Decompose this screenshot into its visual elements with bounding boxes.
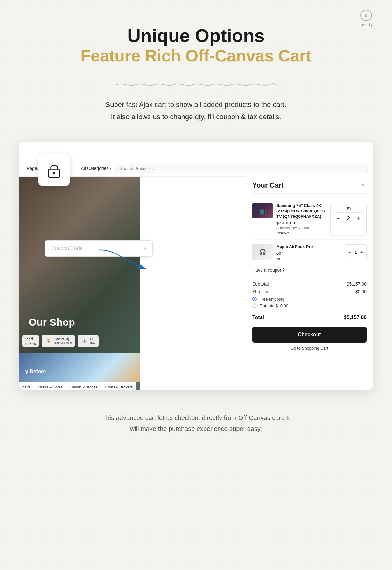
qty-divider — [335, 212, 362, 213]
showcase-area: Pages ▾ | Blocks ▾ | All Categories ▾ — [19, 135, 373, 396]
cart-header: Your Cart × — [252, 181, 367, 194]
shipping-flat-label: Flat rate:$10.00 — [259, 303, 288, 308]
before-text: y Before — [25, 369, 46, 374]
qty-decrease-airpods[interactable]: − — [348, 250, 351, 255]
product-image-airpods: 🎧 — [252, 244, 273, 260]
subtotal-row: Subtotal $5,157.00 — [252, 281, 367, 287]
dress-icon: 👔 — [81, 337, 88, 345]
footer-text: This advanced cart let us checkout direc… — [88, 412, 304, 460]
bottom-image — [19, 353, 140, 382]
wavy-divider — [0, 82, 392, 89]
cart-panel: Your Cart × 📺 Samsung 75" Class 4K (2160… — [246, 175, 373, 390]
page-subtitle: Feature Rich Off-Canvas Cart — [0, 46, 392, 66]
our-shop-overlay: Our Shop — [29, 317, 75, 328]
lock-icon — [46, 162, 62, 179]
qty-value-tv: 2 — [345, 215, 352, 222]
remove-button-airpods[interactable]: ve — [276, 256, 341, 260]
bottom-nav-links: hairs Chairs & Sofas Classic Watches. Co… — [19, 382, 140, 390]
total-row: Total $5,157.00 — [252, 312, 367, 320]
qty-decrease-tv[interactable]: − — [335, 215, 341, 222]
nav-link-watches[interactable]: Classic Watches. — [66, 382, 102, 390]
shipping-value: $0.00 — [355, 289, 367, 294]
checkout-button[interactable]: Checkout — [252, 327, 367, 343]
product-image-tv: 📺 — [252, 203, 273, 218]
item-name-tv: Samsung 75" Class 4K (2160p HDR Smart QL… — [276, 203, 326, 219]
shipping-free-label: Free shipping — [259, 297, 284, 302]
shipping-row: Shipping $0.00 — [252, 289, 367, 294]
qty-control-tv: Qty − 2 + — [330, 203, 367, 235]
cart-item: 📺 Samsung 75" Class 4K (2160p HDR Smart … — [252, 199, 367, 240]
cart-title: Your Cart — [252, 181, 284, 189]
nav-link-chairs-sofas[interactable]: Chairs & Sofas — [34, 382, 66, 390]
categories-chevron-icon: ▾ — [110, 167, 111, 170]
shipping-flat: Flat rate:$10.00 — [252, 303, 367, 308]
hero-image: Our Shop ts (5) re Now 🪑 Chairs — [19, 177, 140, 390]
dress-pill[interactable]: 👔 D Exp — [78, 335, 99, 347]
goto-cart-link[interactable]: Go to Shopping Cart — [252, 346, 367, 351]
chairs-pill[interactable]: 🪑 Chairs (3) Explore Now — [42, 335, 75, 347]
radio-flat[interactable] — [252, 303, 257, 308]
radio-free[interactable] — [252, 297, 257, 301]
have-coupon-link[interactable]: Have a coupon? — [252, 267, 367, 273]
left-content: Our Shop ts (5) re Now 🪑 Chairs — [19, 177, 140, 390]
qty-control-airpods: − 1 + — [345, 244, 367, 260]
item-name-airpods: Apple AirPods Pro — [276, 244, 341, 250]
page-title: Unique Options — [0, 25, 392, 46]
showcase-card: Pages ▾ | Blocks ▾ | All Categories ▾ — [19, 142, 373, 390]
svg-point-1 — [53, 172, 55, 174]
item-info-tv: Samsung 75" Class 4K (2160p HDR Smart QL… — [276, 203, 326, 235]
item-variant-tv: / Display Size:75inch — [276, 226, 326, 230]
left-partial-pill: ts (5) re Now — [22, 335, 39, 347]
item-price-tv: $2,480.00 — [276, 221, 326, 225]
shipping-label: Shipping — [252, 289, 270, 294]
category-pills: ts (5) re Now 🪑 Chairs (3) Explore Now — [22, 335, 99, 347]
content-area: Our Shop ts (5) re Now 🪑 Chairs — [19, 177, 373, 390]
shipping-options: Free shipping Flat rate:$10.00 — [252, 297, 367, 308]
qty-label-tv: Qty — [346, 206, 351, 210]
browser-mock: Pages ▾ | Blocks ▾ | All Categories ▾ — [19, 161, 373, 390]
subtotal-label: Subtotal — [252, 281, 269, 287]
remove-button-tv[interactable]: Remove — [276, 231, 326, 235]
search-input[interactable] — [116, 164, 368, 173]
total-value: $5,157.00 — [344, 315, 367, 320]
nav-link-coats[interactable]: Coats & Jackets — [102, 382, 136, 390]
nav-bar: Pages ▾ | Blocks ▾ | All Categories ▾ — [19, 161, 373, 177]
coupon-section: Coupon Code › — [45, 240, 153, 257]
cart-item-airpods: 🎧 Apple AirPods Pro 00 ve − 1 + — [252, 240, 367, 265]
order-summary: Subtotal $5,157.00 Shipping $0.00 Free s… — [252, 278, 367, 327]
qty-row-tv: − 2 + — [335, 215, 362, 222]
qty-increase-airpods[interactable]: + — [360, 250, 363, 255]
shipping-free: Free shipping — [252, 297, 367, 302]
qty-value-airpods: 1 — [354, 250, 358, 255]
description: Super fast Ajax cart to show all added p… — [85, 99, 307, 123]
item-price-airpods: 00 — [276, 251, 341, 256]
subtotal-value: $5,157.00 — [347, 281, 367, 287]
nav-link-hairs[interactable]: hairs — [19, 382, 34, 390]
item-info-airpods: Apple AirPods Pro 00 ve — [276, 244, 341, 260]
arrow-annotation — [95, 244, 159, 275]
header-section: Unique Options Feature Rich Off-Canvas C… — [0, 0, 392, 75]
coupon-placeholder: Coupon Code — [51, 246, 83, 251]
qty-increase-tv[interactable]: + — [355, 215, 362, 222]
close-button[interactable]: × — [359, 182, 367, 189]
lock-icon-container — [38, 154, 70, 186]
chair-icon: 🪑 — [45, 337, 52, 345]
nav-categories[interactable]: All Categories ▾ — [78, 165, 114, 172]
total-label: Total — [252, 315, 264, 320]
